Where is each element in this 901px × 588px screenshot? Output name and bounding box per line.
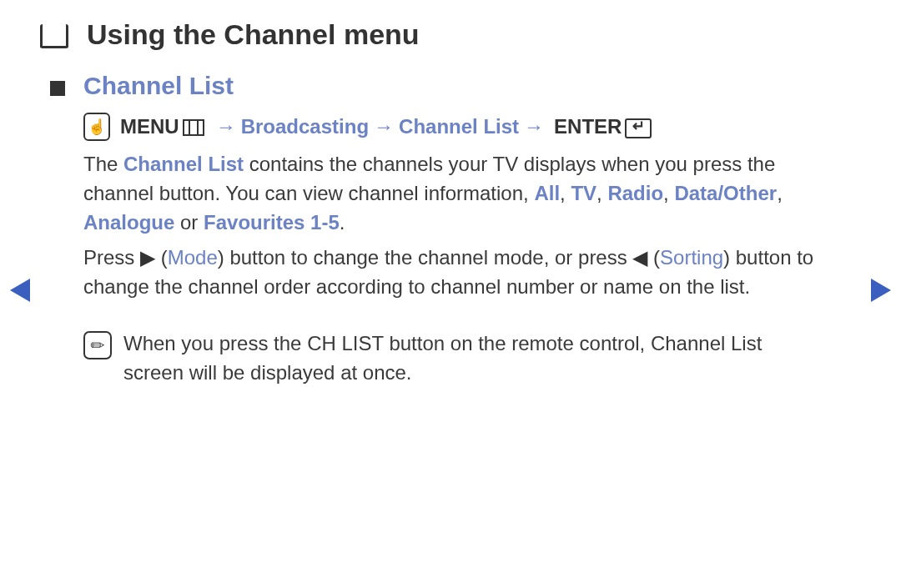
page-title: Using the Channel menu	[40, 18, 420, 51]
term-sorting: Sorting	[660, 246, 723, 269]
menu-label: MENU	[120, 115, 179, 138]
path-segment: Broadcasting	[241, 115, 369, 138]
term-analogue: Analogue	[83, 211, 174, 234]
path-arrow-icon: →	[374, 115, 394, 138]
note-icon: ✎	[83, 331, 112, 359]
manual-page: Using the Channel menu Channel List ☝ ME…	[0, 0, 901, 588]
section-heading-text: Channel List	[83, 72, 234, 100]
paragraph-1: The Channel List contains the channels y…	[83, 150, 818, 237]
term-ch-list-button: CH LIST	[307, 332, 384, 354]
enter-key-icon	[625, 118, 652, 138]
right-triangle-icon: ▶	[140, 246, 155, 269]
body-text: The Channel List contains the channels y…	[83, 150, 818, 309]
square-bullet-icon	[50, 81, 65, 96]
path-arrow-icon: →	[216, 115, 236, 138]
term-tv: TV	[571, 182, 596, 204]
note: ✎ When you press the CH LIST button on t…	[83, 329, 818, 388]
section-heading: Channel List	[50, 72, 234, 100]
term-channel-list: Channel List	[651, 332, 762, 354]
hand-icon: ☝	[83, 113, 110, 141]
path-segment: Channel List	[399, 115, 519, 138]
left-triangle-icon: ◀	[632, 246, 647, 269]
bookmark-icon	[40, 24, 68, 48]
menu-grid-icon	[183, 119, 204, 136]
paragraph-2: Press ▶ (Mode) button to change the chan…	[83, 244, 818, 302]
enter-label: ENTER	[554, 115, 622, 138]
next-page-button[interactable]	[871, 279, 891, 302]
term-all: All	[534, 182, 560, 204]
page-title-text: Using the Channel menu	[87, 18, 420, 51]
note-text: When you press the CH LIST button on the…	[123, 329, 818, 388]
prev-page-button[interactable]	[10, 279, 30, 302]
term-favourites: Favourites 1-5	[204, 211, 340, 234]
term-mode: Mode	[168, 246, 218, 269]
menu-path: ☝ MENU → Broadcasting → Channel List → E…	[83, 113, 652, 141]
term-channel-list: Channel List	[123, 153, 244, 175]
term-radio: Radio	[607, 182, 663, 204]
path-arrow-icon: →	[524, 115, 544, 138]
term-data-other: Data/Other	[674, 182, 777, 204]
